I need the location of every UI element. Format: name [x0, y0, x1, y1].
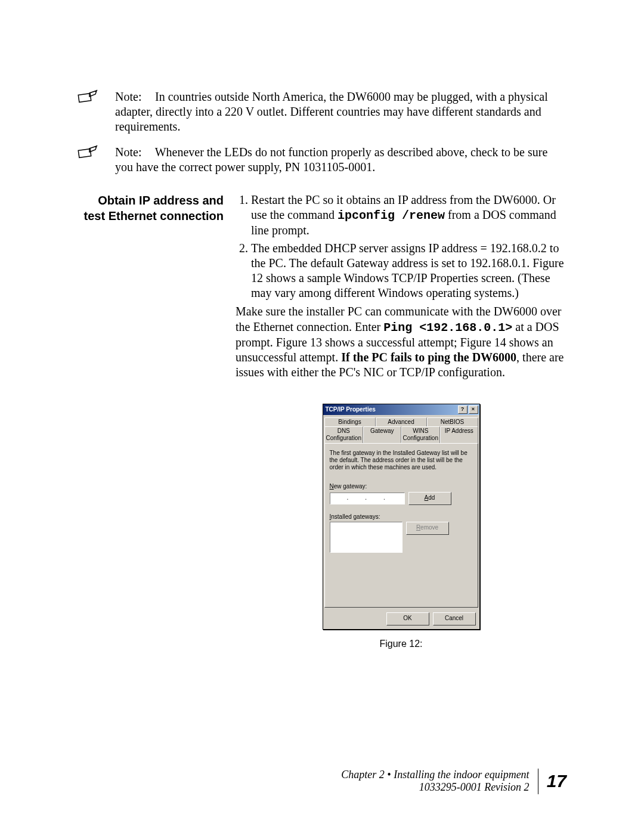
- note-text-1: Note: In countries outside North America…: [110, 89, 566, 134]
- tab-advanced[interactable]: Advanced: [376, 417, 427, 427]
- add-button[interactable]: Add: [408, 492, 451, 505]
- paragraph-ping: Make sure the installer PC can communica…: [236, 304, 566, 380]
- tab-panel-gateway: The first gateway in the Installed Gatew…: [324, 443, 478, 608]
- note-body-2: Whenever the LEDs do not function proper…: [115, 145, 547, 174]
- note-label: Note:: [115, 89, 152, 104]
- note-label: Note:: [115, 145, 152, 160]
- installed-gateways-list[interactable]: [330, 522, 402, 553]
- tab-wins[interactable]: WINS Configuration: [401, 426, 440, 443]
- page-footer: Chapter 2 • Installing the indoor equipm…: [341, 769, 566, 794]
- dialog-buttons: OK Cancel: [323, 609, 479, 629]
- new-gateway-label: New gateway:: [330, 483, 473, 491]
- footer-meta: Chapter 2 • Installing the indoor equipm…: [341, 769, 538, 794]
- tab-gateway[interactable]: Gateway: [363, 426, 401, 443]
- step-1: Restart the PC so it obtains an IP addre…: [251, 193, 566, 239]
- page-number: 17: [538, 771, 566, 791]
- installed-gateways-label: Installed gateways:: [330, 513, 473, 521]
- tab-ipaddress[interactable]: IP Address: [440, 426, 478, 443]
- note-body-1: In countries outside North America, the …: [115, 90, 548, 133]
- tcpip-dialog: TCP/IP Properties ? × Bindings Advanced …: [323, 404, 480, 630]
- new-gateway-input[interactable]: ...: [330, 493, 405, 504]
- tab-bindings[interactable]: Bindings: [324, 417, 376, 427]
- dialog-titlebar[interactable]: TCP/IP Properties ? ×: [323, 404, 479, 415]
- step-2: The embedded DHCP server assigns IP addr…: [251, 241, 566, 301]
- figure-caption: Figure 12:: [379, 638, 422, 650]
- footer-chapter: Chapter 2 • Installing the indoor equipm…: [341, 769, 529, 782]
- body-column: Restart the PC so it obtains an IP addre…: [236, 193, 566, 650]
- note-icon: [78, 89, 110, 105]
- ok-button[interactable]: OK: [386, 612, 429, 625]
- dialog-title: TCP/IP Properties: [326, 406, 457, 414]
- installed-gateways-group: Installed gateways: Remove: [330, 513, 473, 553]
- note-icon: [78, 145, 110, 160]
- page-content: Note: In countries outside North America…: [78, 89, 566, 650]
- cancel-button[interactable]: Cancel: [433, 612, 476, 625]
- section-row: Obtain IP address and test Ethernet conn…: [78, 193, 566, 650]
- tabs-front-row: DNS Configuration Gateway WINS Configura…: [324, 426, 478, 443]
- new-gateway-row: ... Add: [330, 492, 473, 505]
- tab-area: Bindings Advanced NetBIOS DNS Configurat…: [323, 415, 479, 609]
- note-block-2: Note: Whenever the LEDs do not function …: [78, 145, 566, 175]
- tab-dns[interactable]: DNS Configuration: [324, 426, 363, 443]
- close-button[interactable]: ×: [469, 405, 478, 414]
- tab-netbios[interactable]: NetBIOS: [427, 417, 478, 427]
- command-ping: Ping <192.168.0.1>: [383, 321, 512, 335]
- step-list: Restart the PC so it obtains an IP addre…: [236, 193, 566, 301]
- side-heading: Obtain IP address and test Ethernet conn…: [78, 193, 236, 224]
- panel-description: The first gateway in the Installed Gatew…: [330, 450, 473, 471]
- remove-button[interactable]: Remove: [406, 522, 449, 535]
- emphasis-fail: If the PC fails to ping the DW6000: [341, 351, 516, 364]
- command-ipconfig: ipconfig /renew: [338, 209, 445, 222]
- note-text-2: Note: Whenever the LEDs do not function …: [110, 145, 566, 175]
- figure-12: TCP/IP Properties ? × Bindings Advanced …: [236, 404, 566, 650]
- help-button[interactable]: ?: [458, 405, 467, 414]
- note-block-1: Note: In countries outside North America…: [78, 89, 566, 134]
- footer-doc: 1033295-0001 Revision 2: [341, 781, 529, 794]
- tabs-back-row: Bindings Advanced NetBIOS: [324, 417, 478, 427]
